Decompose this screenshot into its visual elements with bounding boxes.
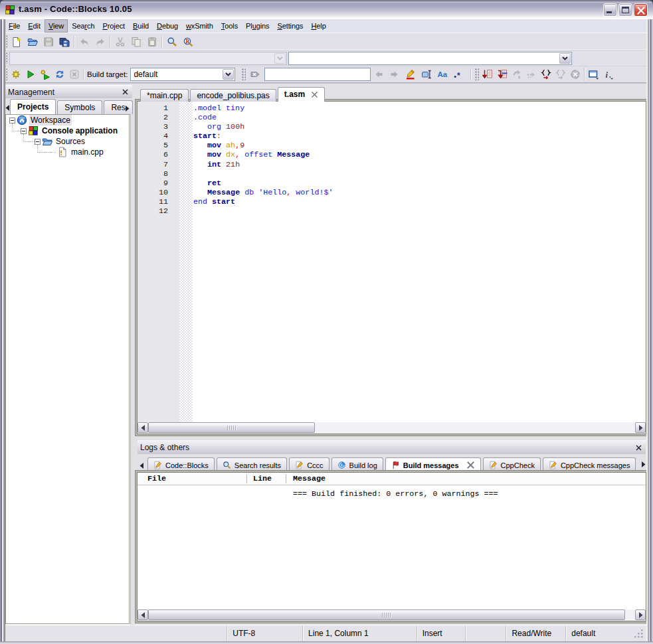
tab-symbols[interactable]: Symbols [57,100,102,114]
undo-button[interactable] [76,33,92,50]
resize-grip[interactable] [634,629,644,639]
stop-debugger-button[interactable] [568,66,583,82]
menu-debug[interactable]: Debug [153,19,182,33]
code-completion-function-combo[interactable] [288,52,572,65]
various-info-button[interactable]: i [601,66,616,82]
code-text[interactable]: .model tiny.code org 100hstart: mov ah,9… [193,102,646,422]
copy-button[interactable] [128,33,144,50]
expander-minus-icon[interactable] [21,128,27,134]
column-file[interactable]: File [147,474,166,483]
code-editor[interactable]: 123456789101112 .model tiny.code org 100… [137,101,646,434]
build-button[interactable] [9,66,23,82]
menu-build[interactable]: Build [129,19,153,33]
tab-close-icon[interactable] [311,91,318,98]
run-to-cursor-button[interactable] [495,66,510,82]
menu-search[interactable]: Search [68,19,98,33]
scroll-left-icon[interactable] [138,422,148,433]
tab-close-icon[interactable] [466,461,475,469]
logs-hscroll-thumb[interactable] [148,609,625,620]
rebuild-button[interactable] [52,66,67,82]
chevron-down-icon[interactable] [559,53,571,64]
expander-minus-icon[interactable] [35,139,41,145]
column-line[interactable]: Line [253,474,272,483]
scroll-right-icon[interactable] [635,609,646,620]
menu-edit[interactable]: Edit [24,19,45,33]
logs-tab-search-results[interactable]: Search results [217,457,287,472]
management-caption[interactable]: Management [5,85,132,98]
next-line-button[interactable] [510,66,524,82]
menu-project[interactable]: Project [98,19,129,33]
menu-file[interactable]: File [5,19,24,33]
new-file-button[interactable] [9,33,25,50]
chevron-down-icon[interactable] [223,69,234,80]
tree-label[interactable]: Sources [54,136,86,147]
run-button[interactable] [23,66,38,82]
tabs-scroll-right-icon[interactable] [123,102,132,115]
replace-button[interactable]: R [180,33,196,50]
regex-button[interactable]: * [450,66,466,82]
tree-item-workspace[interactable]: Workspace [6,115,129,125]
menu-wxsmith[interactable]: wxSmith [182,19,217,33]
logs-close-icon[interactable] [634,443,643,452]
logs-hscrollbar[interactable] [138,609,646,621]
save-button[interactable] [41,33,56,50]
cut-button[interactable] [112,33,128,50]
menu-settings[interactable]: Settings [273,19,307,33]
tree-label[interactable]: main.cpp [70,147,105,157]
build-messages-list[interactable]: File Line Message === Build finished: 0 … [137,472,646,621]
logs-caption[interactable]: Logs & others [138,440,646,454]
menu-plugins[interactable]: Plugins [242,19,273,33]
open-button[interactable] [25,33,41,50]
match-case-button[interactable]: Aa [434,66,450,82]
search-prev-button[interactable] [371,66,387,82]
toolbar-grip[interactable] [475,68,479,80]
tree-item-main-cpp[interactable]: main.cpp [6,147,129,157]
code-completion-scope-combo[interactable] [9,52,287,65]
editor-tab-encode-polibius-pas[interactable]: encode_polibius.pas [190,89,276,102]
save-all-button[interactable] [56,33,72,50]
step-into-button[interactable] [539,66,553,82]
maximize-button[interactable] [618,3,632,17]
tree-item-console-application[interactable]: Console application [6,125,129,136]
menu-help[interactable]: Help [307,19,329,33]
build-target-combo[interactable]: default [130,68,235,81]
incremental-search-input[interactable] [264,68,371,81]
expander-minus-icon[interactable] [9,118,15,123]
logs-tab-cppcheck-messages[interactable]: CppCheck messages [543,457,636,472]
close-button[interactable] [634,3,648,17]
redo-button[interactable] [92,33,108,50]
debugging-windows-button[interactable] [587,66,601,82]
editor-tab-t-asm[interactable]: t.asm [278,87,325,102]
menu-view[interactable]: View [45,19,68,33]
scroll-right-icon[interactable] [635,422,646,433]
column-message[interactable]: Message [293,474,326,483]
logs-scroll-left-icon[interactable] [138,459,146,472]
menu-tools[interactable]: Tools [217,19,242,33]
step-out-button[interactable] [553,66,568,82]
logs-tab-cccc[interactable]: Cccc [289,457,329,472]
paste-button[interactable] [144,33,160,50]
clear-search-button[interactable] [247,66,263,82]
chevron-down-icon[interactable] [274,53,286,64]
editor-hscrollbar[interactable] [138,422,646,434]
management-close-icon[interactable] [120,88,130,97]
search-next-button[interactable] [387,66,403,82]
debug-continue-button[interactable] [480,66,495,82]
tab-projects[interactable]: Projects [10,99,56,114]
toolbar-grip[interactable] [242,68,246,80]
editor-tab-main-cpp[interactable]: *main.cpp [140,89,189,102]
column-separator[interactable] [246,474,247,483]
highlight-occurrences-button[interactable] [403,66,419,82]
tabs-scroll-left-icon[interactable] [5,101,10,114]
selected-text-button[interactable] [419,66,434,82]
logs-tab-build-messages[interactable]: Build messages [385,457,481,472]
tree-label[interactable]: Console application [41,125,119,136]
abort-button[interactable] [67,66,82,82]
logs-tab-cppcheck[interactable]: CppCheck [483,457,541,472]
editor-hscroll-thumb[interactable] [148,422,315,433]
logs-tab-build-log[interactable]: Build log [331,457,383,472]
column-separator[interactable] [286,474,286,483]
find-button[interactable] [164,33,180,50]
scroll-left-icon[interactable] [138,609,148,620]
title-bar[interactable]: t.asm - Code::Blocks 10.05 [0,0,653,19]
